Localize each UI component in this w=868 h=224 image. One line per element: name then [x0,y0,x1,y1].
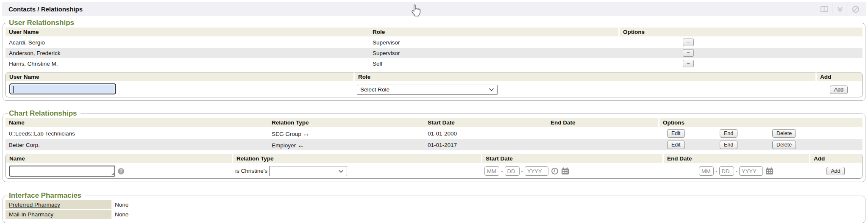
page-header: Contacts / Relationships [2,2,866,16]
start-month-input[interactable] [484,166,499,176]
end-date-group: - - [699,166,773,176]
chevron-down-icon [338,168,344,174]
column-header-user-name: User Name [6,28,369,37]
relation-type-cell: Employer↔ [268,139,424,151]
table-row: Preferred Pharmacy None [6,200,132,210]
role-cell: Supervisor [369,48,618,58]
table-row: Anderson, Frederick Supervisor − [6,48,862,58]
delete-relationship-button[interactable]: Delete [772,141,796,149]
column-header-options: Options [658,118,862,128]
add-column-header-name: Name [6,154,232,164]
calendar-icon[interactable] [561,167,569,175]
remove-user-relationship-button[interactable]: − [683,39,694,46]
add-chart-relationship-button[interactable]: Add [826,167,844,175]
chevron-down-icon [489,86,494,93]
add-user-relationship-button[interactable]: Add [830,86,848,94]
bidirectional-arrow-icon: ↔ [298,141,304,149]
column-header-end-date: End Date [547,118,658,128]
remove-user-relationship-button[interactable]: − [683,49,694,57]
new-user-name-input[interactable] [9,83,116,94]
end-month-input[interactable] [699,166,714,176]
user-name-cell: Acardi, Sergio [6,37,369,48]
start-day-input[interactable] [505,166,520,176]
mail-in-pharmacy-value: None [111,210,132,220]
start-year-input[interactable] [525,166,548,176]
help-icon[interactable]: ? [118,168,124,174]
page-title: Contacts / Relationships [8,6,83,13]
end-year-input[interactable] [739,166,763,176]
role-cell: Supervisor [369,37,618,48]
relationship-name-cell: Better Corp. [6,139,268,151]
bidirectional-arrow-icon: ↔ [303,130,309,137]
user-relationships-table: User Name Role Options Acardi, Sergio Su… [6,28,862,69]
column-header-options: Options [618,28,758,37]
relation-prefix-label: is Christine's [235,168,267,174]
add-user-relationship-box: User Name Role Add Select Role [6,72,862,97]
chart-relationships-table: Name Relation Type Start Date End Date O… [6,118,862,151]
end-date-cell [547,128,658,139]
role-cell: Self [369,58,618,69]
interface-pharmacies-legend: Interface Pharmacies [8,191,85,200]
column-header-relation-type: Relation Type [268,118,424,128]
table-row: Harris, Christine M. Self − [6,58,862,69]
edit-relationship-button[interactable]: Edit [667,141,685,149]
delete-relationship-button[interactable]: Delete [772,129,796,138]
column-header-start-date: Start Date [424,118,547,128]
collapse-double-chevron-icon[interactable] [834,4,846,15]
add-column-header-add: Add [815,72,862,82]
user-name-cell: Anderson, Frederick [6,48,369,58]
table-row: 0::Leeds::Lab Technicians SEG Group↔ 01-… [6,128,862,139]
preferred-pharmacy-value: None [111,200,132,210]
add-column-header-role: Role [353,72,815,82]
text-caret [13,86,14,93]
user-relationships-legend: User Relationships [8,19,78,27]
remove-user-relationship-button[interactable]: − [683,60,694,67]
column-header-role: Role [369,28,618,37]
table-row: Mail-In Pharmacy None [6,210,132,220]
add-column-header-user-name: User Name [6,72,353,82]
add-chart-relationship-box: Name Relation Type Start Date End Date A… [6,154,862,179]
new-relationship-name-input[interactable] [9,166,115,177]
preferred-pharmacy-link[interactable]: Preferred Pharmacy [9,202,60,208]
toolbar-divider [832,4,832,14]
edit-relationship-button[interactable]: Edit [667,129,685,138]
calendar-icon[interactable] [765,167,773,175]
relation-type-cell: SEG Group↔ [268,128,424,139]
add-column-header-start-date: Start Date [481,154,662,164]
interface-pharmacies-section: Interface Pharmacies Preferred Pharmacy … [3,191,865,223]
chart-relationships-section: Chart Relationships Name Relation Type S… [3,109,865,182]
add-column-header-end-date: End Date [662,154,809,164]
column-header-name: Name [6,118,268,128]
mail-in-pharmacy-link[interactable]: Mail-In Pharmacy [9,211,53,218]
start-date-cell: 01-01-2017 [424,139,547,151]
interface-pharmacies-table: Preferred Pharmacy None Mail-In Pharmacy… [6,200,132,220]
end-date-cell [547,139,658,151]
user-name-cell: Harris, Christine M. [6,58,369,69]
disable-circle-slash-icon[interactable] [849,4,862,15]
book-icon[interactable] [818,4,831,15]
toolbar [818,4,862,15]
table-row: Better Corp. Employer↔ 01-01-2017 EditEn… [6,139,862,151]
start-date-cell: 01-01-2000 [424,128,547,139]
role-select[interactable]: Select Role [357,85,498,95]
toolbar-divider [848,4,848,14]
resize-handle[interactable] [111,172,114,175]
end-relationship-button[interactable]: End [720,141,737,149]
user-relationships-section: User Relationships User Name Role Option… [3,19,865,101]
relation-type-select[interactable] [269,166,347,176]
relationship-name-cell: 0::Leeds::Lab Technicians [6,128,268,139]
start-date-group: - - [484,166,569,176]
table-row: Acardi, Sergio Supervisor − [6,37,862,48]
add-column-header-relation-type: Relation Type [232,154,481,164]
role-select-value: Select Role [360,86,389,93]
end-day-input[interactable] [719,166,734,176]
clock-icon[interactable] [551,167,559,175]
chart-relationships-legend: Chart Relationships [8,109,81,118]
add-column-header-add: Add [809,154,862,164]
end-relationship-button[interactable]: End [720,129,737,138]
column-header-filler [758,28,862,37]
